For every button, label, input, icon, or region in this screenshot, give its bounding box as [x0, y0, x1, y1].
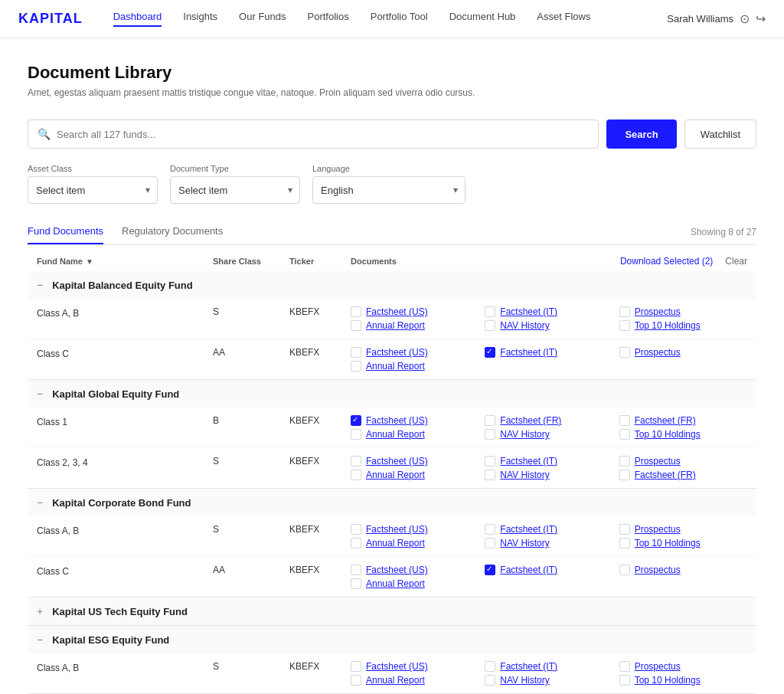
doc-label-d22[interactable]: Factsheet (FR) [635, 470, 696, 480]
doc-label-d20[interactable]: Annual Report [366, 470, 425, 480]
doc-label-d37[interactable]: NAV History [500, 675, 549, 686]
doc-checkbox-d13[interactable] [619, 415, 630, 426]
doc-checkbox-d34[interactable] [485, 661, 495, 672]
doc-checkbox-d20[interactable] [351, 470, 361, 480]
doc-label-d11[interactable]: Factsheet (US) [366, 415, 428, 426]
fund-name-header[interactable]: Fund Name ▼ [37, 257, 213, 266]
nav-asset-flows[interactable]: Asset Flows [537, 11, 590, 27]
doc-checkbox-d15[interactable] [485, 429, 495, 440]
doc-checkbox-d22[interactable] [619, 470, 630, 480]
doc-label-d28[interactable]: Top 10 Holdings [635, 538, 701, 548]
doc-label-d17[interactable]: Factsheet (US) [366, 456, 428, 466]
asset-class-select[interactable]: Select item [28, 176, 158, 204]
doc-label-d14[interactable]: Annual Report [366, 429, 425, 440]
doc-checkbox-d31[interactable] [619, 565, 630, 575]
doc-checkbox-d12[interactable] [485, 415, 495, 426]
doc-checkbox-d21[interactable] [485, 470, 495, 480]
language-select[interactable]: English French Italian [312, 176, 466, 204]
doc-label-d31[interactable]: Prospectus [635, 565, 681, 575]
doc-label-d8[interactable]: Factsheet (IT) [500, 347, 557, 358]
doc-label-d19[interactable]: Prospectus [635, 456, 681, 466]
doc-checkbox-d28[interactable] [619, 538, 630, 548]
doc-checkbox-d23[interactable] [351, 524, 361, 535]
search-button[interactable]: Search [606, 119, 676, 149]
nav-dashboard[interactable]: Dashboard [113, 11, 162, 27]
doc-checkbox-d18[interactable] [485, 456, 495, 466]
doc-checkbox-d5[interactable] [485, 320, 495, 331]
doc-label-d2[interactable]: Factsheet (IT) [500, 306, 557, 317]
clear-button[interactable]: Clear [725, 256, 747, 267]
doc-label-d1[interactable]: Factsheet (US) [366, 306, 428, 317]
doc-checkbox-d9[interactable] [619, 347, 630, 358]
doc-checkbox-d19[interactable] [619, 456, 630, 466]
doc-checkbox-d36[interactable] [351, 675, 361, 686]
download-selected-button[interactable]: Download Selected (2) [620, 256, 713, 267]
tab-regulatory-documents[interactable]: Regulatory Documents [122, 219, 223, 244]
doc-checkbox-d11[interactable] [351, 415, 361, 426]
doc-label-d26[interactable]: Annual Report [366, 538, 425, 548]
expand-icon-kustef[interactable]: + [37, 605, 43, 617]
doc-label-d9[interactable]: Prospectus [635, 347, 681, 358]
doc-label-d13[interactable]: Factsheet (FR) [635, 415, 696, 426]
doc-type-select[interactable]: Select item [170, 176, 300, 204]
doc-checkbox-d16[interactable] [619, 429, 630, 440]
doc-checkbox-d3[interactable] [619, 306, 630, 317]
nav-portfolio-tool[interactable]: Portfolio Tool [371, 11, 428, 27]
doc-checkbox-d25[interactable] [619, 524, 630, 535]
nav-our-funds[interactable]: Our Funds [239, 11, 286, 27]
doc-label-d38[interactable]: Top 10 Holdings [635, 675, 701, 686]
doc-checkbox-d35[interactable] [619, 661, 630, 672]
doc-checkbox-d29[interactable] [351, 565, 361, 575]
doc-checkbox-d8[interactable] [485, 347, 495, 358]
doc-label-d15[interactable]: NAV History [500, 429, 549, 440]
doc-checkbox-d4[interactable] [351, 320, 361, 331]
doc-label-d23[interactable]: Factsheet (US) [366, 524, 428, 535]
expand-icon-kesgef[interactable]: − [37, 633, 43, 646]
nav-insights[interactable]: Insights [183, 11, 217, 27]
doc-label-d24[interactable]: Factsheet (IT) [500, 524, 557, 535]
doc-checkbox-d37[interactable] [485, 675, 495, 686]
doc-label-d16[interactable]: Top 10 Holdings [635, 429, 701, 440]
doc-checkbox-d26[interactable] [351, 538, 361, 548]
doc-checkbox-d38[interactable] [619, 675, 630, 686]
doc-label-d32[interactable]: Annual Report [366, 578, 425, 589]
tab-fund-documents[interactable]: Fund Documents [28, 219, 103, 244]
doc-checkbox-d17[interactable] [351, 456, 361, 466]
doc-label-d35[interactable]: Prospectus [635, 661, 681, 672]
logout-icon[interactable]: ↪ [756, 11, 766, 26]
doc-checkbox-d6[interactable] [619, 320, 630, 331]
doc-checkbox-d2[interactable] [485, 306, 495, 317]
doc-checkbox-d7[interactable] [351, 347, 361, 358]
doc-checkbox-d14[interactable] [351, 429, 361, 440]
doc-label-d4[interactable]: Annual Report [366, 320, 425, 331]
doc-label-d25[interactable]: Prospectus [635, 524, 681, 535]
doc-label-d29[interactable]: Factsheet (US) [366, 565, 428, 575]
doc-checkbox-d27[interactable] [485, 538, 495, 548]
doc-label-d7[interactable]: Factsheet (US) [366, 347, 428, 358]
nav-document-hub[interactable]: Document Hub [449, 11, 516, 27]
doc-label-d12[interactable]: Factsheet (FR) [500, 415, 561, 426]
doc-label-d3[interactable]: Prospectus [635, 306, 681, 317]
doc-checkbox-d24[interactable] [485, 524, 495, 535]
nav-portfolios[interactable]: Portfolios [308, 11, 349, 27]
doc-label-d27[interactable]: NAV History [500, 538, 549, 548]
doc-label-d30[interactable]: Factsheet (IT) [500, 565, 557, 575]
doc-checkbox-d32[interactable] [351, 578, 361, 589]
user-profile-icon[interactable]: ⊙ [740, 11, 750, 26]
search-input[interactable] [57, 129, 589, 140]
doc-label-d21[interactable]: NAV History [500, 470, 549, 480]
doc-label-d36[interactable]: Annual Report [366, 675, 425, 686]
doc-checkbox-d33[interactable] [351, 661, 361, 672]
expand-icon-kgef[interactable]: − [37, 388, 43, 400]
watchlist-button[interactable]: Watchlist [684, 119, 756, 149]
doc-label-d18[interactable]: Factsheet (IT) [500, 456, 557, 466]
doc-label-d33[interactable]: Factsheet (US) [366, 661, 428, 672]
doc-label-d6[interactable]: Top 10 Holdings [635, 320, 701, 331]
doc-checkbox-d10[interactable] [351, 361, 361, 372]
doc-checkbox-d30[interactable] [485, 565, 495, 575]
expand-icon-kbef[interactable]: − [37, 279, 43, 291]
brand-logo[interactable]: KAPITAL [18, 11, 83, 27]
doc-label-d5[interactable]: NAV History [500, 320, 549, 331]
doc-label-d10[interactable]: Annual Report [366, 361, 425, 372]
doc-checkbox-d1[interactable] [351, 306, 361, 317]
